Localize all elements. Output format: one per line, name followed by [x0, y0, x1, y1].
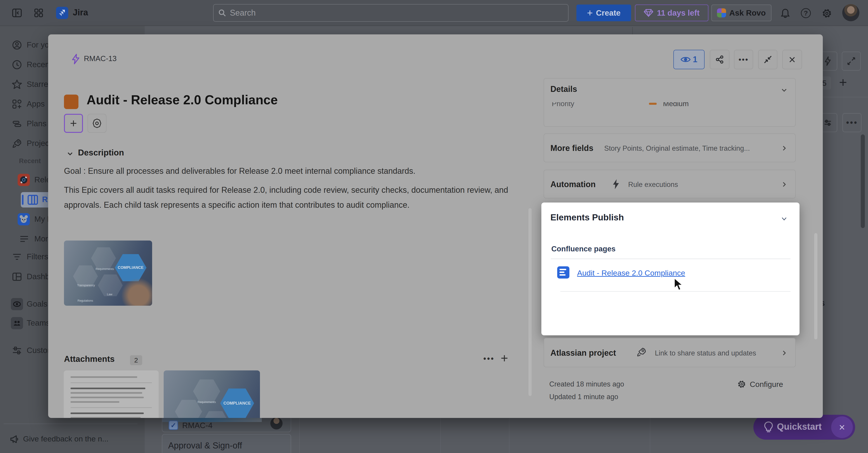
user-avatar[interactable]	[842, 4, 860, 21]
sliders-icon	[12, 345, 22, 356]
chevron-down-icon[interactable]	[780, 215, 788, 222]
priority-label: Priority	[552, 102, 575, 109]
compliance-hexagon: COMPLIANCE	[115, 254, 147, 281]
help-icon[interactable]: ?	[801, 8, 811, 18]
add-column-icon[interactable]: +	[839, 75, 847, 90]
issue-detail-modal: RMAC-13 1 ••• × Audit - Release 2.0 Comp…	[48, 34, 823, 418]
quickstart-button[interactable]: Quickstart ×	[753, 415, 855, 440]
priority-value: Medium	[663, 102, 689, 109]
goals-icon	[11, 298, 23, 310]
chevron-right-icon	[781, 349, 787, 357]
description-collapse-chevron[interactable]	[66, 150, 74, 158]
priority-field-row[interactable]: Priority Medium	[552, 102, 787, 109]
automation-card[interactable]: Automation Rule executions	[544, 170, 796, 198]
card-assignee-avatar[interactable]	[270, 417, 283, 429]
watchers-button[interactable]: 1	[673, 50, 705, 69]
trial-days-left-button[interactable]: 11 days left	[635, 4, 708, 21]
confluence-pages-label: Confluence pages	[551, 245, 616, 253]
hand-photo-region	[121, 279, 152, 306]
description-embedded-image[interactable]: COMPLIANCE Requirements Transparency Law…	[64, 240, 152, 306]
configure-button[interactable]: Configure	[737, 380, 783, 389]
elements-publish-title: Elements Publish	[550, 213, 624, 222]
mouse-cursor	[674, 278, 684, 291]
recent-section-label: Recent	[19, 157, 41, 165]
created-timestamp: Created 18 minutes ago	[549, 380, 624, 388]
board-icon	[28, 195, 38, 205]
give-feedback-button[interactable]: Give feedback on the n...	[0, 430, 145, 449]
board-card-approval-sign-off[interactable]: Approval & Sign-off	[162, 434, 291, 453]
minimize-button[interactable]	[758, 50, 777, 69]
atlassian-project-card[interactable]: Atlassian project Link to share status a…	[544, 338, 796, 367]
close-icon: ×	[839, 421, 845, 433]
updated-timestamp: Updated 1 minute ago	[549, 393, 618, 401]
app-switcher-icon[interactable]	[33, 8, 44, 18]
close-icon: ×	[789, 53, 796, 66]
attachments-add-button[interactable]: +	[501, 351, 508, 365]
expand-icon	[847, 57, 856, 65]
confluence-page-link[interactable]: Audit - Release 2.0 Compliance	[577, 268, 685, 277]
apps-field-button[interactable]	[88, 114, 106, 133]
description-paragraph-1[interactable]: Goal : Ensure all processes and delivera…	[64, 166, 534, 176]
details-card: Details Priority Medium	[544, 78, 796, 127]
apps-grid-icon	[12, 99, 22, 109]
page-scrollbar-thumb[interactable]	[861, 134, 865, 228]
automation-title: Automation	[550, 180, 596, 189]
sidebar-collapse-icon[interactable]	[12, 8, 22, 18]
star-icon	[12, 79, 22, 90]
details-clipped-rows: Priority Medium	[544, 102, 795, 126]
quickstart-close-button[interactable]: ×	[831, 416, 853, 438]
description-paragraph-2[interactable]: This Epic covers all audit tasks require…	[64, 182, 532, 213]
epic-color-swatch[interactable]	[64, 94, 79, 109]
more-fields-title: More fields	[550, 143, 593, 153]
megaphone-icon	[9, 434, 20, 445]
atlassian-project-subtitle: Link to share status and updates	[655, 349, 756, 357]
more-options-button-background[interactable]: •••	[842, 113, 862, 132]
divider	[551, 259, 790, 259]
plus-icon: +	[587, 7, 593, 19]
collapse-arrows-icon	[764, 55, 772, 64]
right-panel-scrollbar-thumb[interactable]	[814, 233, 817, 339]
rovo-logo-icon	[717, 8, 726, 18]
search-input[interactable]	[230, 8, 546, 18]
attachment-document-thumbnail[interactable]	[64, 370, 159, 418]
card-title: Approval & Sign-off	[168, 441, 242, 451]
board-column-divider	[650, 416, 650, 453]
attachments-count-badge: 2	[130, 355, 142, 365]
attachment-image-thumbnail[interactable]: COMPLIANCE Requirements Transparency Law	[164, 370, 260, 418]
chevron-right-icon	[781, 181, 787, 188]
task-type-checkbox-icon: ✓	[168, 420, 178, 430]
chevron-down-icon[interactable]	[781, 87, 787, 93]
more-fields-subtitle: Story Points, Original estimate, Time tr…	[604, 144, 750, 152]
attachments-heading: Attachments	[64, 355, 115, 364]
jira-logo-glyph	[59, 9, 66, 17]
apps-badge-icon	[92, 118, 102, 128]
rocket-icon	[12, 138, 22, 149]
create-button[interactable]: + Create	[577, 4, 631, 21]
board-column-divider	[299, 416, 300, 453]
atlassian-project-title: Atlassian project	[550, 348, 616, 358]
gem-icon	[644, 9, 653, 17]
share-button[interactable]	[710, 50, 730, 69]
confluence-page-icon	[557, 266, 569, 279]
expand-button-background[interactable]	[842, 52, 861, 70]
settings-gear-icon[interactable]	[822, 8, 832, 19]
automation-subtitle: Rule executions	[628, 180, 678, 189]
global-search[interactable]	[213, 4, 568, 22]
more-fields-card[interactable]: More fields Story Points, Original estim…	[544, 134, 796, 162]
more-actions-button[interactable]: •••	[734, 50, 753, 69]
issue-title[interactable]: Audit - Release 2.0 Compliance	[87, 92, 278, 107]
notifications-bell-icon[interactable]	[780, 8, 790, 19]
release-project-icon	[18, 174, 30, 186]
ask-rovo-button[interactable]: Ask Rovo	[711, 4, 772, 21]
add-content-button[interactable]: +	[64, 114, 83, 133]
attachments-more-button[interactable]: •••	[481, 354, 497, 365]
close-modal-button[interactable]: ×	[782, 50, 802, 69]
top-navigation-bar: Jira + Create 11 days left Ask Rovo ?	[0, 0, 868, 26]
clock-icon	[12, 59, 22, 70]
rocket-icon	[636, 347, 647, 358]
content-scrollbar-thumb[interactable]	[528, 208, 532, 396]
jira-logo[interactable]	[56, 7, 68, 19]
elements-publish-panel: Elements Publish Confluence pages Audit …	[541, 202, 800, 335]
details-heading: Details	[550, 84, 577, 94]
breadcrumb-issue-key[interactable]: RMAC-13	[84, 54, 117, 63]
